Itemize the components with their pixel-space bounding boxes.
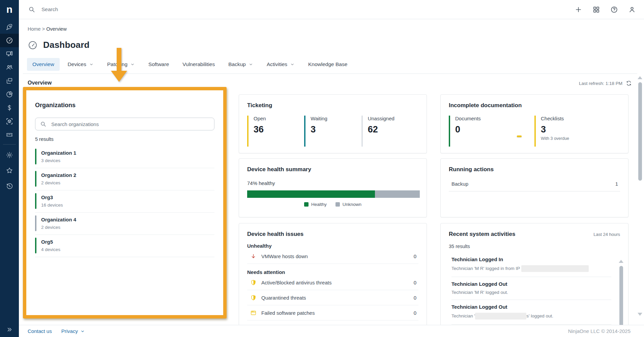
stat-value: 0 [455, 124, 534, 135]
yellow-dash-artifact [517, 135, 522, 137]
chevron-down-icon [290, 62, 295, 67]
organizations-search[interactable] [35, 118, 214, 130]
stat-label: Documents [455, 116, 534, 121]
activities-scroll-up[interactable] [619, 260, 623, 263]
tab-devices[interactable]: Devices [62, 58, 99, 71]
organizations-search-input[interactable] [51, 121, 209, 127]
tab-vulnerabilities[interactable]: Vulnerabilities [177, 58, 220, 71]
footer-link-privacy[interactable]: Privacy [61, 328, 85, 334]
dashboard-icon [28, 40, 38, 50]
stat-waiting[interactable]: Waiting3 [304, 116, 361, 147]
arrow-down-red-icon [250, 253, 257, 259]
sidebar-item-history[interactable] [0, 178, 19, 194]
footer-link-contact-us[interactable]: Contact us [28, 328, 52, 334]
tab-backup[interactable]: Backup [223, 58, 259, 71]
activity-desc-text: Technician 'M R' logged in from IP [451, 266, 521, 271]
issue-row[interactable]: Quarantined threats0 [247, 290, 418, 305]
sidebar-item-rocket[interactable] [0, 20, 19, 34]
tab-activities[interactable]: Activities [261, 58, 300, 71]
action-label: Backup [451, 181, 468, 187]
topbar: Search [19, 0, 644, 19]
org-name: Org3 [41, 194, 212, 200]
tab-label: Activities [267, 61, 287, 67]
help-button[interactable] [610, 5, 618, 13]
issue-row[interactable]: Failed software patches0 [247, 305, 418, 320]
tab-software[interactable]: Software [143, 58, 174, 71]
tab-bar: OverviewDevicesPatchingSoftwareVulnerabi… [27, 58, 353, 71]
breadcrumb-home[interactable]: Home [28, 26, 41, 32]
org-device-count: 2 devices [41, 225, 212, 230]
activity-title: Technician Logged Out [451, 281, 611, 287]
last-refresh-text: Last refresh: 1:18 PM [579, 81, 622, 86]
legend-label: Unknown [343, 202, 361, 207]
annotation-arrow-head [111, 71, 127, 82]
sidebar-item-dashboard[interactable] [0, 34, 19, 47]
issue-row[interactable]: Active/Blocked antivirus threats0 [247, 275, 418, 290]
issue-group-label: Unhealthy [247, 243, 418, 249]
stat-documents[interactable]: Documents0 [449, 116, 534, 147]
tab-label: Vulnerabilities [182, 61, 215, 67]
org-name: Organization 2 [41, 172, 212, 178]
activity-list-item[interactable]: Technician Logged InTechnician 'M R' log… [451, 252, 611, 277]
organization-list-item[interactable]: Organization 22 devices [35, 168, 214, 190]
activities-scrollbar-thumb[interactable] [619, 266, 623, 327]
devices-icon [6, 50, 13, 58]
activity-description: Technician 'M R' logged in from IP [451, 265, 611, 272]
stat-checklists[interactable]: Checklists3With 3 overdue [534, 116, 620, 147]
activity-list-item[interactable]: Technician Logged OutTechnician 'M R' lo… [451, 277, 611, 300]
recent-activities-card: Recent system activities Last 24 hours 3… [440, 223, 628, 336]
tab-label: Software [148, 61, 169, 67]
stat-open[interactable]: Open36 [247, 116, 304, 147]
app-grid-button[interactable] [592, 5, 600, 13]
sidebar-item-billing[interactable] [0, 101, 19, 115]
org-name: Organization 1 [41, 150, 212, 156]
tab-label: Backup [228, 61, 246, 67]
activity-description: Technician 'M R' logged out. [451, 290, 611, 295]
legend-swatch [304, 202, 309, 207]
page-title-row: Dashboard [28, 40, 90, 50]
chevron-down-icon [130, 62, 135, 67]
tab-overview[interactable]: Overview [27, 58, 60, 71]
patch-window-icon [250, 309, 257, 316]
last-refresh: Last refresh: 1:18 PM [579, 80, 632, 86]
sidebar-expand-button[interactable] [0, 325, 19, 334]
activity-desc-text: Technician 'M R' logged out. [451, 290, 508, 295]
chevron-down-icon [80, 329, 85, 334]
org-status-bar [35, 215, 36, 231]
tab-knowledge-base[interactable]: Knowledge Base [303, 58, 353, 71]
global-search[interactable]: Search [28, 0, 58, 19]
plus-button[interactable] [574, 5, 582, 13]
ninjaone-logo[interactable]: n [0, 0, 19, 19]
page-scroll-down[interactable] [638, 313, 642, 316]
stat-unassigned[interactable]: Unassigned62 [361, 116, 418, 147]
user-button[interactable] [628, 5, 636, 13]
sidebar-item-devices[interactable] [0, 47, 19, 61]
organization-list-item[interactable]: Organization 13 devices [35, 146, 214, 168]
organization-list-item[interactable]: Org316 devices [35, 190, 214, 213]
organization-list-item[interactable]: Organization 42 devices [35, 213, 214, 235]
activity-list-item[interactable]: Technician Logged OutTechnician 's' logg… [451, 300, 611, 325]
breadcrumb-separator: > [42, 26, 45, 32]
sidebar: n [0, 0, 19, 337]
org-status-bar [35, 149, 36, 164]
health-progress-bar[interactable] [247, 190, 420, 198]
refresh-icon[interactable] [626, 80, 632, 86]
page-scroll-up[interactable] [638, 76, 642, 79]
issue-row[interactable]: VMWare hosts down0 [247, 249, 418, 264]
activities-results-count: 35 results [449, 244, 620, 249]
stat-label: Unassigned [368, 116, 418, 121]
running-action-row[interactable]: Backup1 [449, 181, 620, 191]
sidebar-item-backup[interactable] [0, 115, 19, 128]
stat-value: 3 [541, 124, 620, 135]
sidebar-item-settings[interactable] [0, 147, 19, 163]
issue-label: Failed software patches [261, 310, 409, 316]
page-scrollbar-thumb[interactable] [638, 82, 642, 181]
running-actions-card: Running actions Backup1 [440, 158, 628, 217]
sidebar-item-users[interactable] [0, 61, 19, 74]
organization-list-item[interactable]: Org54 devices [35, 235, 214, 257]
sidebar-item-ticketing[interactable] [0, 128, 19, 142]
sidebar-item-reports[interactable] [0, 88, 19, 101]
sidebar-item-favorites[interactable] [0, 163, 19, 178]
sidebar-item-apps[interactable] [0, 74, 19, 88]
tab-label: Knowledge Base [308, 61, 347, 67]
